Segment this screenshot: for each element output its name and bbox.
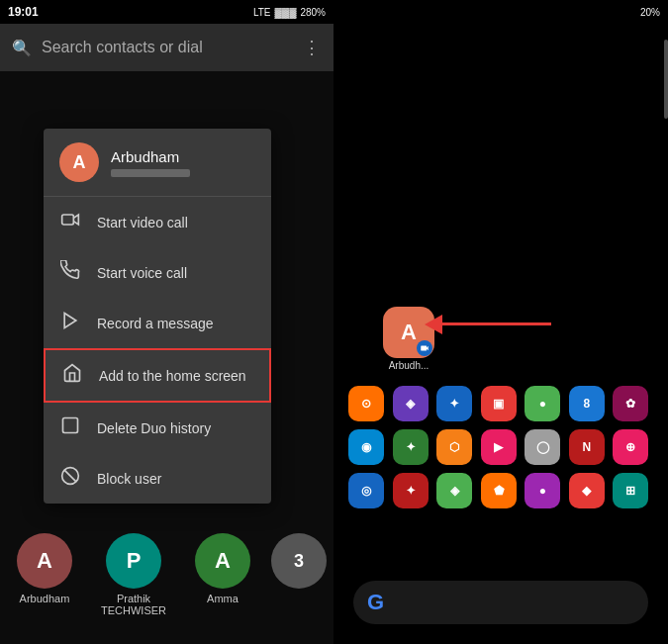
contact-name-amma: Amma	[207, 593, 239, 604]
menu-contact-header: A Arbudham	[44, 129, 271, 197]
app-grid-item[interactable]: ✿	[613, 386, 648, 421]
video-call-label: Start video call	[97, 215, 188, 230]
contact-avatar-number: 3	[271, 533, 327, 589]
app-grid-row3: ◎ ✦ ◈ ⬟ ● ◆ ⊞	[348, 473, 653, 508]
right-panel: 20% A Arbudh... ⊙ ◈ ✦ ▣ ● 8 ✿ ◉	[334, 0, 668, 644]
app-icon-name: Arbudh...	[389, 360, 429, 371]
app-grid-item[interactable]: ✦	[436, 386, 472, 421]
google-search-bar[interactable]: G	[353, 581, 648, 624]
contact-avatar-prathik: P	[106, 533, 161, 589]
status-bar: 19:01 LTE ▓▓▓ 280%	[0, 0, 334, 24]
app-grid-item[interactable]: ◆	[569, 473, 605, 508]
contact-avatar-amma: A	[195, 533, 250, 589]
app-letter: A	[401, 320, 417, 345]
right-status-icons: 20%	[640, 7, 660, 18]
google-icon: G	[367, 590, 384, 615]
arrow-line	[442, 322, 551, 325]
app-grid: ⊙ ◈ ✦ ▣ ● 8 ✿	[348, 386, 653, 421]
app-grid-item[interactable]: ✦	[393, 473, 429, 508]
app-grid-item[interactable]: ▶	[481, 429, 517, 465]
menu-item-record-message[interactable]: Record a message	[44, 298, 271, 348]
add-home-label: Add to the home screen	[99, 368, 246, 384]
more-options-icon[interactable]: ⋮	[303, 37, 322, 58]
menu-contact-subtitle	[111, 169, 190, 177]
app-grid-item[interactable]: ⊙	[348, 386, 384, 421]
app-grid-row2: ◉ ✦ ⬡ ▶ ◯ N ⊕	[348, 429, 653, 465]
voice-call-label: Start voice call	[97, 265, 187, 281]
menu-contact-avatar: A	[59, 142, 99, 182]
contact-arbudham[interactable]: A Arbudham	[0, 533, 89, 604]
contacts-row: A Arbudham P PrathikTECHWISER A Amma 3	[0, 525, 334, 644]
right-status-bar: 20%	[334, 0, 668, 24]
menu-contact-info: Arbudham	[111, 148, 255, 177]
status-time: 19:01	[8, 5, 39, 19]
app-grid-item[interactable]: ▣	[481, 386, 517, 421]
app-grid-item[interactable]: ●	[525, 386, 560, 421]
app-grid-item[interactable]: ◯	[525, 429, 560, 465]
contact-name-prathik: PrathikTECHWISER	[101, 593, 166, 616]
block-user-icon	[59, 466, 81, 491]
scrollbar[interactable]	[664, 40, 668, 119]
app-grid-item[interactable]: ⊞	[613, 473, 648, 508]
arrow-indicator	[442, 322, 551, 325]
contact-name-arbudham: Arbudham	[20, 593, 70, 604]
app-grid-item[interactable]: ◈	[393, 386, 429, 421]
battery-percent-right: 20%	[640, 7, 660, 18]
battery-icon: 280%	[300, 7, 326, 18]
app-grid-item[interactable]: ◉	[348, 429, 384, 465]
app-grid-item[interactable]: ◎	[348, 473, 384, 508]
delete-duo-icon	[59, 415, 81, 440]
left-panel: 19:01 LTE ▓▓▓ 280% 🔍 Search contacts or …	[0, 0, 334, 644]
svg-rect-0	[62, 215, 74, 225]
app-grid-item[interactable]: ⊕	[613, 429, 648, 465]
video-call-icon	[59, 210, 81, 234]
contact-number[interactable]: 3	[271, 533, 327, 589]
signal-icon: ▓▓▓	[275, 7, 297, 18]
context-menu: A Arbudham Start video call	[44, 129, 271, 504]
contact-avatar-arbudham: A	[17, 533, 72, 589]
voice-call-icon	[59, 260, 81, 285]
search-placeholder: Search contacts or dial	[42, 39, 293, 56]
menu-item-video-call[interactable]: Start video call	[44, 197, 271, 247]
lte-icon: LTE	[253, 7, 271, 18]
menu-item-delete-duo[interactable]: Delete Duo history	[44, 403, 271, 453]
app-grid-item[interactable]: 8	[569, 386, 605, 421]
app-grid-item[interactable]: ◈	[436, 473, 472, 508]
app-grid-item[interactable]: ⬟	[481, 473, 517, 508]
svg-rect-2	[63, 418, 78, 433]
menu-item-block-user[interactable]: Block user	[44, 453, 271, 504]
search-bar[interactable]: 🔍 Search contacts or dial ⋮	[0, 24, 334, 71]
delete-duo-label: Delete Duo history	[97, 420, 211, 436]
status-icons: LTE ▓▓▓ 280%	[253, 7, 326, 18]
app-grid-item[interactable]: ✦	[393, 429, 429, 465]
app-grid-item[interactable]: N	[569, 429, 605, 465]
menu-item-add-home[interactable]: Add to the home screen	[44, 348, 271, 403]
block-user-label: Block user	[97, 471, 161, 487]
record-icon	[59, 311, 81, 335]
search-icon: 🔍	[12, 39, 32, 57]
app-grid-item[interactable]: ⬡	[436, 429, 472, 465]
svg-line-4	[64, 470, 76, 482]
contact-amma[interactable]: A Amma	[178, 533, 267, 604]
add-home-icon	[61, 363, 83, 388]
app-icon-badge	[417, 340, 432, 356]
record-message-label: Record a message	[97, 316, 214, 331]
arrow-head	[425, 315, 442, 334]
app-grid-item[interactable]: ●	[525, 473, 560, 508]
menu-item-voice-call[interactable]: Start voice call	[44, 247, 271, 298]
contact-prathik[interactable]: P PrathikTECHWISER	[89, 533, 178, 616]
svg-marker-1	[64, 314, 76, 328]
menu-contact-name: Arbudham	[111, 148, 255, 165]
